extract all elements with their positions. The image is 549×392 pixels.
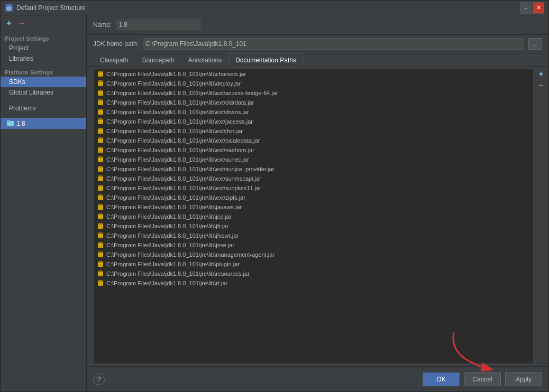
file-path-text: C:\Program Files\Java\jdk1.8.0_101\jre\l… [106, 147, 254, 153]
file-path-text: C:\Program Files\Java\jdk1.8.0_101\jre\l… [106, 109, 249, 115]
file-path-text: C:\Program Files\Java\jdk1.8.0_101\jre\l… [106, 232, 239, 239]
svg-rect-35 [98, 166, 103, 167]
list-item: C:\Program Files\Java\jdk1.8.0_101\jre\l… [94, 193, 533, 202]
svg-rect-61 [98, 253, 103, 257]
sidebar-item-libraries[interactable]: Libraries [1, 53, 86, 64]
bottom-bar: ? OK Cancel Apply [87, 366, 548, 391]
list-item: C:\Program Files\Java\jdk1.8.0_101\jre\l… [94, 221, 533, 231]
title-bar: ⚙ Default Project Structure – ✕ [1, 1, 548, 15]
minimize-button[interactable]: – [520, 2, 532, 14]
file-path-text: C:\Program Files\Java\jdk1.8.0_101\jre\l… [106, 71, 246, 77]
sidebar-toolbar: + − [1, 15, 86, 31]
jdk-path-input[interactable] [143, 38, 524, 50]
jar-icon [97, 146, 104, 154]
jar-icon [97, 99, 104, 106]
add-path-button[interactable]: + [536, 69, 546, 79]
sidebar-item-sdks[interactable]: SDKs [1, 77, 86, 87]
jar-icon [97, 127, 104, 135]
sidebar-item-problems-label: Problems [9, 105, 36, 112]
svg-rect-38 [98, 175, 103, 177]
sidebar: + − Project Settings Project Libraries P… [1, 15, 87, 391]
list-item: C:\Program Files\Java\jdk1.8.0_101\jre\l… [94, 164, 533, 174]
tab-sourcepath[interactable]: Sourcepath [135, 53, 181, 67]
list-item: C:\Program Files\Java\jdk1.8.0_101\jre\l… [94, 98, 533, 107]
svg-rect-37 [98, 176, 103, 181]
jar-icon [97, 89, 104, 97]
svg-rect-64 [98, 262, 103, 267]
svg-rect-62 [98, 251, 103, 253]
sdk-entry[interactable]: 1.8 [1, 118, 86, 129]
name-input[interactable] [116, 20, 200, 30]
tab-classpath[interactable]: Classpath [93, 53, 135, 67]
svg-rect-71 [98, 280, 103, 282]
list-item: C:\Program Files\Java\jdk1.8.0_101\jre\l… [94, 231, 533, 240]
jar-icon [97, 213, 104, 220]
remove-path-button[interactable]: − [536, 80, 546, 91]
sdk-name: 1.8 [16, 120, 25, 127]
tab-documentation-paths[interactable]: Documentation Paths [228, 53, 303, 67]
svg-rect-46 [98, 205, 103, 210]
sidebar-item-project[interactable]: Project [1, 43, 86, 53]
side-buttons: + − [534, 67, 548, 366]
jar-icon [97, 165, 104, 173]
file-path-text: C:\Program Files\Java\jdk1.8.0_101\jre\l… [106, 242, 234, 248]
jar-icon [97, 203, 104, 211]
file-path-text: C:\Program Files\Java\jdk1.8.0_101\jre\l… [106, 166, 274, 172]
file-path-text: C:\Program Files\Java\jdk1.8.0_101\jre\l… [106, 223, 228, 229]
jar-icon [97, 137, 104, 144]
sidebar-item-global-libraries-label: Global Libraries [9, 89, 53, 96]
cancel-button[interactable]: Cancel [464, 372, 501, 386]
sidebar-item-sdks-label: SDKs [9, 78, 25, 86]
svg-rect-29 [98, 147, 103, 148]
jar-icon [97, 80, 104, 87]
close-button[interactable]: ✕ [533, 2, 544, 14]
svg-rect-44 [98, 194, 103, 196]
help-button[interactable]: ? [93, 374, 105, 385]
sdk-folder-icon [7, 119, 14, 127]
file-path-text: C:\Program Files\Java\jdk1.8.0_101\jre\l… [106, 137, 260, 144]
svg-rect-28 [98, 148, 103, 153]
sidebar-item-problems[interactable]: Problems [1, 103, 86, 114]
svg-rect-41 [98, 185, 103, 186]
svg-rect-13 [98, 100, 103, 105]
list-item: C:\Program Files\Java\jdk1.8.0_101\jre\l… [94, 174, 533, 183]
jar-icon [97, 260, 104, 268]
file-path-text: C:\Program Files\Java\jdk1.8.0_101\jre\l… [106, 261, 240, 267]
file-path-text: C:\Program Files\Java\jdk1.8.0_101\jre\l… [106, 90, 278, 96]
list-item: C:\Program Files\Java\jdk1.8.0_101\jre\l… [94, 107, 533, 117]
jar-icon [97, 70, 104, 78]
svg-rect-20 [98, 118, 103, 120]
sidebar-item-global-libraries[interactable]: Global Libraries [1, 87, 86, 98]
list-item: C:\Program Files\Java\jdk1.8.0_101\jre\l… [94, 278, 533, 288]
file-path-text: C:\Program Files\Java\jdk1.8.0_101\jre\l… [106, 128, 243, 134]
list-item: C:\Program Files\Java\jdk1.8.0_101\jre\l… [94, 79, 533, 88]
svg-rect-43 [98, 195, 103, 200]
ok-button[interactable]: OK [423, 372, 460, 386]
jar-icon [97, 270, 104, 277]
svg-rect-17 [98, 109, 103, 110]
svg-rect-7 [98, 81, 103, 86]
svg-text:⚙: ⚙ [6, 5, 12, 12]
svg-rect-50 [98, 213, 103, 215]
list-item: C:\Program Files\Java\jdk1.8.0_101\jre\l… [94, 202, 533, 212]
right-panel: Name: JDK home path: ... Classpath Sourc… [87, 15, 548, 391]
svg-rect-56 [98, 232, 103, 234]
tab-annotations[interactable]: Annotations [181, 53, 228, 67]
apply-button[interactable]: Apply [505, 372, 542, 386]
project-settings-label: Project Settings [1, 33, 86, 43]
jar-icon [97, 118, 104, 125]
file-path-text: C:\Program Files\Java\jdk1.8.0_101\jre\l… [106, 213, 232, 220]
sidebar-remove-button[interactable]: − [16, 18, 27, 29]
jdk-browse-button[interactable]: ... [528, 38, 542, 50]
svg-rect-16 [98, 110, 103, 115]
file-path-text: C:\Program Files\Java\jdk1.8.0_101\jre\l… [106, 185, 261, 191]
svg-rect-19 [98, 119, 103, 124]
svg-rect-22 [98, 129, 103, 134]
file-path-text: C:\Program Files\Java\jdk1.8.0_101\jre\l… [106, 80, 241, 87]
svg-rect-47 [98, 204, 103, 206]
svg-rect-70 [98, 281, 103, 286]
sidebar-add-button[interactable]: + [4, 18, 14, 29]
file-path-text: C:\Program Files\Java\jdk1.8.0_101\jre\l… [106, 280, 227, 286]
jar-icon [97, 194, 104, 201]
svg-rect-49 [98, 214, 103, 219]
